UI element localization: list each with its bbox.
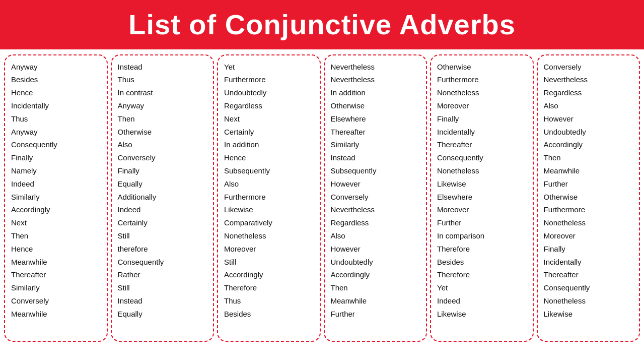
word-item: Still: [118, 281, 207, 294]
word-item: Elsewhere: [331, 112, 420, 126]
word-item: Incidentally: [11, 99, 101, 112]
word-item: Moreover: [437, 203, 527, 216]
word-item: Next: [11, 216, 101, 229]
word-item: Finally: [11, 151, 101, 164]
word-item: Nevertheless: [331, 60, 420, 74]
word-item: Nevertheless: [331, 203, 420, 216]
word-item: Nevertheless: [331, 73, 420, 86]
word-item: Moreover: [437, 99, 527, 112]
word-item: Furthermore: [544, 203, 633, 216]
word-item: Meanwhile: [11, 308, 101, 321]
word-item: Thus: [224, 294, 314, 308]
word-item: Finally: [118, 164, 207, 177]
word-item: Subsequently: [331, 164, 420, 177]
word-item: Regardless: [544, 86, 633, 99]
word-item: Nonetheless: [437, 164, 527, 177]
word-item: Indeed: [11, 177, 101, 191]
word-item: Still: [224, 256, 314, 269]
word-item: In comparison: [437, 229, 527, 243]
word-item: Likewise: [437, 308, 527, 321]
word-item: Thereafter: [11, 268, 101, 281]
word-item: However: [331, 177, 420, 191]
word-item: Likewise: [544, 308, 633, 321]
column-2: InsteadThusIn contrastAnywayThenOtherwis…: [111, 54, 214, 342]
word-item: Instead: [331, 151, 420, 164]
column-1: AnywayBesidesHenceIncidentallyThusAnyway…: [4, 54, 108, 342]
word-item: Thereafter: [331, 126, 420, 139]
word-item: Meanwhile: [544, 164, 633, 177]
word-item: Hence: [224, 151, 314, 164]
word-item: Conversely: [11, 294, 101, 308]
word-item: Hence: [11, 86, 101, 99]
word-item: Otherwise: [118, 126, 207, 139]
word-item: Regardless: [331, 216, 420, 229]
word-item: Conversely: [544, 60, 633, 74]
word-item: Undoubtedly: [544, 126, 633, 139]
word-item: Then: [331, 281, 420, 294]
word-item: Moreover: [544, 229, 633, 243]
page-title: List of Conjunctive Adverbs: [10, 9, 634, 40]
word-item: However: [544, 112, 633, 126]
word-item: Regardless: [224, 99, 314, 112]
word-item: Rather: [118, 268, 207, 281]
word-item: Thus: [11, 112, 101, 126]
word-item: In addition: [224, 138, 314, 151]
column-4: NeverthelessNeverthelessIn additionOther…: [324, 54, 427, 342]
word-item: Likewise: [224, 203, 314, 216]
word-item: Therefore: [437, 243, 527, 256]
word-item: Consequently: [118, 256, 207, 269]
word-item: Yet: [224, 60, 314, 74]
word-item: Undoubtedly: [224, 86, 314, 99]
columns-container: AnywayBesidesHenceIncidentallyThusAnyway…: [0, 49, 644, 347]
word-item: Yet: [437, 281, 527, 294]
word-item: Incidentally: [544, 256, 633, 269]
word-item: Indeed: [118, 203, 207, 216]
word-item: Hence: [11, 243, 101, 256]
word-item: Likewise: [437, 177, 527, 191]
word-item: Furthermore: [224, 73, 314, 86]
word-item: Consequently: [11, 138, 101, 151]
word-item: Also: [544, 99, 633, 112]
word-item: Moreover: [224, 243, 314, 256]
word-item: Also: [118, 138, 207, 151]
word-item: Nevertheless: [544, 73, 633, 86]
word-item: Comparatively: [224, 216, 314, 229]
word-item: Accordingly: [544, 138, 633, 151]
word-item: Thereafter: [437, 138, 527, 151]
word-item: Otherwise: [544, 191, 633, 204]
word-item: Anyway: [11, 126, 101, 139]
word-item: Nonetheless: [437, 86, 527, 99]
word-item: Finally: [544, 243, 633, 256]
word-item: Otherwise: [437, 60, 527, 74]
word-item: Further: [544, 177, 633, 191]
word-item: Further: [331, 308, 420, 321]
word-item: Further: [437, 216, 527, 229]
word-item: Namely: [11, 164, 101, 177]
word-item: Still: [118, 229, 207, 243]
word-item: therefore: [118, 243, 207, 256]
word-item: Besides: [437, 256, 527, 269]
word-item: Otherwise: [331, 99, 420, 112]
word-item: Equally: [118, 177, 207, 191]
word-item: Furthermore: [224, 191, 314, 204]
page-wrapper: List of Conjunctive Adverbs AnywayBeside…: [0, 0, 644, 347]
column-6: ConverselyNeverthelessRegardlessAlsoHowe…: [537, 54, 640, 342]
column-3: YetFurthermoreUndoubtedlyRegardlessNextC…: [217, 54, 321, 342]
word-item: Instead: [118, 294, 207, 308]
word-item: Instead: [118, 60, 207, 74]
word-item: Accordingly: [224, 268, 314, 281]
word-item: Furthermore: [437, 73, 527, 86]
word-item: Also: [331, 229, 420, 243]
word-item: Nonetheless: [544, 294, 633, 308]
word-item: Incidentally: [437, 126, 527, 139]
word-item: Finally: [437, 112, 527, 126]
page-header: List of Conjunctive Adverbs: [0, 0, 644, 49]
word-item: Besides: [11, 73, 101, 86]
word-item: Anyway: [11, 60, 101, 74]
word-item: Therefore: [437, 268, 527, 281]
word-item: Nonetheless: [224, 229, 314, 243]
word-item: Besides: [224, 308, 314, 321]
word-item: Meanwhile: [331, 294, 420, 308]
word-item: Consequently: [437, 151, 527, 164]
word-item: Then: [11, 229, 101, 243]
